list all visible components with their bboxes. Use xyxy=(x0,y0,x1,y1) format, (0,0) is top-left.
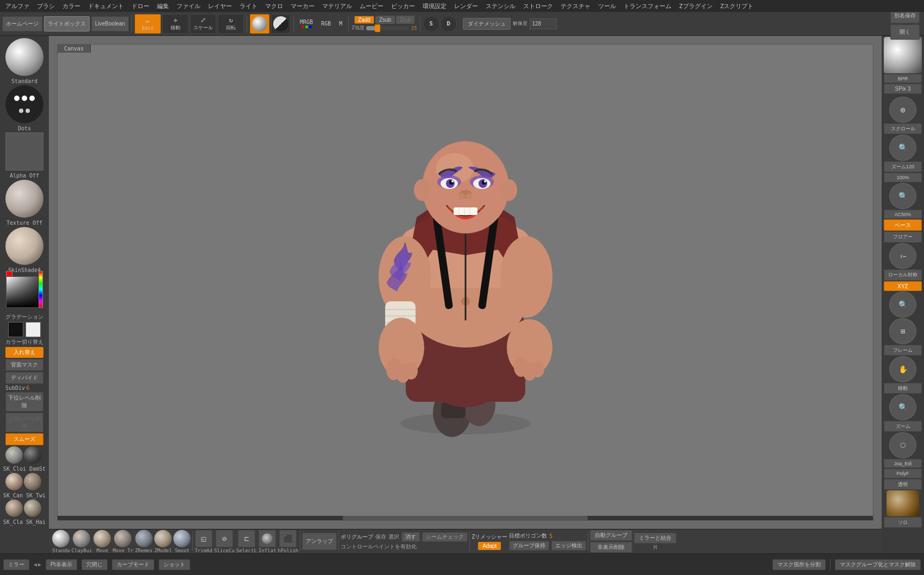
menu-movie[interactable]: ムービー xyxy=(356,1,387,11)
standard-brush-sphere[interactable] xyxy=(5,38,43,76)
menu-tool[interactable]: ツール xyxy=(595,1,619,11)
scroll-icon-btn[interactable]: ⊕ xyxy=(889,97,916,123)
canvas-tab[interactable]: Canvas xyxy=(58,45,91,53)
material-sphere[interactable] xyxy=(5,227,43,265)
zoom-label-button[interactable]: ズーム120 xyxy=(884,161,922,172)
transparent-sphere[interactable] xyxy=(887,490,919,516)
menu-color[interactable]: カラー xyxy=(59,1,84,11)
menu-zscript[interactable]: Zスクリプト xyxy=(717,1,757,11)
menu-material[interactable]: マテリアル xyxy=(319,1,355,11)
mirror-merge-button[interactable]: ミラーと結合 xyxy=(634,533,676,544)
zmodel-brush-icon[interactable] xyxy=(154,530,172,547)
zoom3-button[interactable]: ズーム xyxy=(884,421,922,432)
selectl-tool-icon[interactable]: ⊏ xyxy=(238,530,255,547)
main-canvas[interactable]: Canvas xyxy=(49,36,882,529)
bpr-render-sphere[interactable] xyxy=(884,37,922,73)
color-gradient-picker[interactable] xyxy=(6,276,43,308)
menu-zplugin[interactable]: Zプラグイン xyxy=(676,1,716,11)
mirror-left-arrow[interactable]: ◀ xyxy=(34,561,37,567)
solo-button[interactable]: ソロ xyxy=(884,517,922,528)
menu-texture[interactable]: テクスチャ xyxy=(557,1,594,11)
movetr-brush-icon[interactable] xyxy=(114,530,131,547)
adapt-button[interactable]: Adapt xyxy=(478,542,501,550)
mask-group-button[interactable]: マスクグループ化とマスク解除 xyxy=(835,559,921,570)
menu-transform[interactable]: トランスフォーム xyxy=(620,1,675,11)
dots-brush-sphere[interactable] xyxy=(5,85,43,123)
s-button[interactable]: S xyxy=(423,16,439,32)
trimad-tool-icon[interactable]: ◱ xyxy=(195,530,212,547)
zoom-icon-btn[interactable]: 🔍 xyxy=(889,135,916,161)
smoot-brush-icon[interactable] xyxy=(173,530,191,547)
fill-hole-button[interactable]: 穴閉じ xyxy=(81,559,108,570)
tool-icon-2[interactable]: ⊞ xyxy=(889,318,916,344)
rgb-button[interactable]: RGB xyxy=(318,20,334,28)
standa-brush-icon[interactable] xyxy=(52,530,70,547)
shot-button[interactable]: ショット xyxy=(159,559,190,570)
canvas-inner[interactable]: Canvas xyxy=(57,44,873,521)
delete-button[interactable]: 消す xyxy=(401,532,420,542)
z-slider-track[interactable] xyxy=(366,26,410,30)
base-button[interactable]: ベース xyxy=(884,219,922,231)
color-swatch-black[interactable] xyxy=(8,322,23,337)
swap-button[interactable]: 入れ替え xyxy=(5,347,43,358)
spix3-button[interactable]: SPix 3 xyxy=(884,84,922,93)
mask-area-button[interactable]: マスク箇所を分割 xyxy=(772,559,826,570)
ac50-button[interactable]: AC50% xyxy=(884,210,922,219)
local-sym-label[interactable]: ローカル対称 xyxy=(884,269,922,280)
texture-sphere[interactable] xyxy=(5,180,43,218)
seam-check-button[interactable]: シームチェック xyxy=(422,532,468,542)
hue-slider[interactable] xyxy=(39,271,43,308)
inflat-tool-icon[interactable] xyxy=(259,530,276,547)
menu-render[interactable]: レンダー xyxy=(451,1,481,11)
xyz-button[interactable]: XYZ xyxy=(884,281,922,291)
mirror-button[interactable]: ミラー xyxy=(3,559,29,570)
auto-group-button[interactable]: 自動グループ xyxy=(590,530,632,541)
move-button[interactable]: ✛ 移動 xyxy=(162,14,188,34)
edit-button[interactable]: ✏ Edit xyxy=(135,14,161,34)
material-sphere-button[interactable] xyxy=(250,14,269,34)
menu-alpha[interactable]: アルファ xyxy=(2,1,33,11)
resolution-input[interactable] xyxy=(530,18,557,29)
move-brush-icon[interactable] xyxy=(93,530,111,547)
menu-picker[interactable]: ピッカー xyxy=(388,1,418,11)
alpha-box[interactable] xyxy=(5,132,43,170)
polyf-button[interactable]: PolyF xyxy=(884,469,922,478)
menu-macro[interactable]: マクロ xyxy=(262,1,286,11)
homepage-button[interactable]: ホームページ xyxy=(2,16,42,31)
polyf-icon-btn[interactable]: ⬡ xyxy=(889,432,916,458)
menu-file[interactable]: ファイル xyxy=(173,1,204,11)
scale-button[interactable]: ⤢ スケール xyxy=(190,14,216,34)
edge-detect-button[interactable]: エッジ検出 xyxy=(551,541,586,551)
curve-mode-button[interactable]: カーブモード xyxy=(112,559,154,570)
mirror-right-arrow[interactable]: ▶ xyxy=(38,561,41,567)
sk-cla-brush[interactable] xyxy=(5,500,23,517)
mrgb-button[interactable]: MRGB xyxy=(297,18,316,29)
back-mask-button[interactable]: 背面マスク xyxy=(5,359,43,371)
menu-brush[interactable]: ブラシ xyxy=(34,1,58,11)
canvas-scrollbar[interactable] xyxy=(58,516,873,520)
zremes-brush-icon[interactable] xyxy=(135,530,153,547)
menu-marker[interactable]: マーカー xyxy=(287,1,318,11)
claybui-brush-icon[interactable] xyxy=(73,530,90,547)
group-keep-button[interactable]: グループ保持 xyxy=(509,541,549,551)
z-slider-thumb[interactable] xyxy=(375,24,380,32)
tool-icon-1[interactable]: 🔍 xyxy=(889,292,916,318)
m-button[interactable]: M xyxy=(336,20,345,28)
menu-preferences[interactable]: 環境設定 xyxy=(419,1,450,11)
bpr-button[interactable]: BPR xyxy=(884,74,922,84)
d-button[interactable]: D xyxy=(441,16,457,32)
move-icon-btn[interactable]: ✋ xyxy=(889,356,916,382)
menu-draw[interactable]: ドロー xyxy=(128,1,153,11)
joa-edit-button[interactable]: Joa_Edi xyxy=(884,459,922,469)
hpolish-tool-icon[interactable]: ⬛ xyxy=(279,530,297,547)
menu-light[interactable]: ライト xyxy=(236,1,261,11)
color-swatch-white[interactable] xyxy=(26,322,41,337)
floor-button[interactable]: フロアー xyxy=(884,231,922,242)
open-button[interactable]: 開く xyxy=(890,24,920,40)
zoom3-icon-btn[interactable]: 🔍 xyxy=(889,394,916,420)
scroll-button[interactable]: スクロール xyxy=(884,123,922,134)
sk-hai-brush[interactable] xyxy=(24,500,41,517)
rotate-button[interactable]: ↻ 回転 xyxy=(218,14,244,34)
zoom2-button[interactable]: 100% xyxy=(884,173,922,182)
zsub-button[interactable]: Zsub xyxy=(375,16,395,24)
